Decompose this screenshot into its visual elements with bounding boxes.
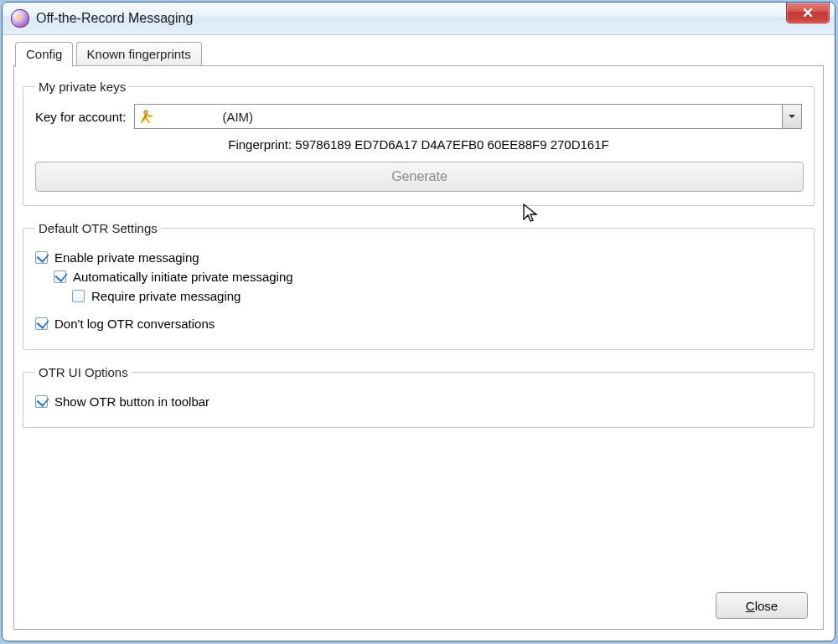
checkbox-dont-log[interactable]: [35, 317, 48, 330]
dialog-footer: Close: [716, 592, 808, 619]
tab-page-config: My private keys Key for account: (AIM): [13, 65, 824, 630]
group-otr-ui-options-legend: OTR UI Options: [35, 365, 132, 379]
group-default-otr-settings: Default OTR Settings Enable private mess…: [23, 221, 815, 350]
window-close-button[interactable]: [786, 3, 830, 23]
chevron-down-icon: [788, 112, 796, 121]
group-private-keys-legend: My private keys: [35, 80, 129, 94]
close-button[interactable]: Close: [716, 592, 808, 619]
label-show-otr-button: Show OTR button in toolbar: [54, 394, 210, 409]
account-select-dropdown-button[interactable]: [782, 105, 801, 128]
fingerprint-text: Fingerprint: 59786189 ED7D6A17 D4A7EFB0 …: [35, 137, 802, 152]
group-private-keys: My private keys Key for account: (AIM): [23, 80, 815, 206]
app-icon: [11, 9, 29, 28]
close-button-label: Close: [746, 599, 778, 613]
label-dont-log: Don't log OTR conversations: [54, 317, 215, 331]
titlebar[interactable]: Off-the-Record Messaging: [3, 3, 835, 35]
generate-button-label: Generate: [391, 169, 447, 184]
group-default-otr-settings-legend: Default OTR Settings: [35, 221, 161, 235]
label-auto-initiate: Automatically initiate private messaging: [73, 270, 293, 284]
row-key-for-account: Key for account: (AIM): [35, 104, 802, 129]
group-otr-ui-options: OTR UI Options Show OTR button in toolba…: [23, 365, 815, 428]
client-area: Config Known fingerprints My private key…: [10, 40, 827, 633]
label-enable-private-messaging: Enable private messaging: [54, 250, 199, 265]
tab-config[interactable]: Config: [15, 42, 73, 67]
row-enable-private-messaging: Enable private messaging: [35, 250, 802, 265]
checkbox-show-otr-button[interactable]: [35, 395, 48, 408]
checkbox-enable-private-messaging[interactable]: [35, 251, 48, 264]
label-require-private: Require private messaging: [91, 289, 241, 303]
dialog-window: Off-the-Record Messaging Config Known fi…: [2, 2, 835, 641]
account-select-text: (AIM): [155, 110, 782, 124]
aim-icon: [140, 109, 155, 124]
checkbox-auto-initiate[interactable]: [54, 270, 66, 283]
account-select[interactable]: (AIM): [134, 104, 802, 129]
tab-known-fingerprints[interactable]: Known fingerprints: [76, 42, 202, 66]
row-require-private: Require private messaging: [35, 289, 802, 303]
label-key-for-account: Key for account:: [35, 110, 126, 124]
tab-bar: Config Known fingerprints: [10, 40, 827, 65]
checkbox-require-private[interactable]: [72, 290, 85, 302]
generate-button[interactable]: Generate: [35, 162, 804, 192]
row-dont-log: Don't log OTR conversations: [35, 317, 802, 331]
row-auto-initiate: Automatically initiate private messaging: [35, 270, 802, 284]
row-show-otr-button: Show OTR button in toolbar: [35, 394, 802, 409]
window-title: Off-the-Record Messaging: [36, 11, 193, 26]
close-icon: [802, 7, 814, 18]
